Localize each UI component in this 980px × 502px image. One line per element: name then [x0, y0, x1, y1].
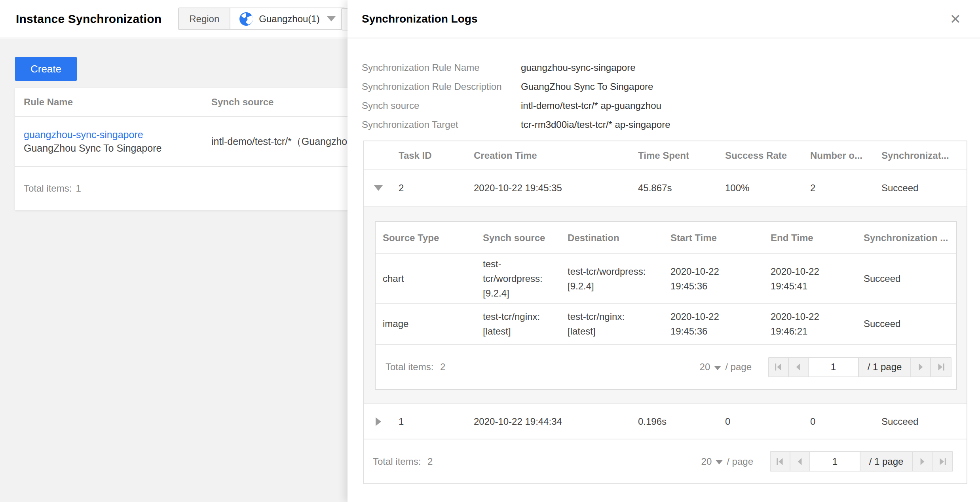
last-page-icon [936, 362, 946, 372]
detail-row: Synch source intl-demo/test-tcr/* ap-gua… [362, 96, 980, 115]
chevron-down-icon [327, 16, 336, 21]
prev-page-icon [794, 362, 803, 372]
rule-details: Synchronization Rule Name guangzhou-sync… [362, 58, 980, 134]
number-cell: 0 [804, 404, 876, 439]
subtasks-table-header: Source Type Synch source Destination Sta… [376, 222, 956, 254]
task-row-1: 1 2020-10-22 19:44:34 0.196s 0 0 Succeed [364, 403, 967, 439]
col-synch-source: Synch source [476, 222, 560, 253]
synch-source-cell: test-tcr/nginx: [latest] [476, 304, 560, 344]
col-sync-status: Synchronization ... [857, 222, 956, 253]
rule-description: GuangZhou Sync To Singapore [24, 143, 161, 154]
total-items-value: 2 [427, 456, 433, 467]
prev-page-button[interactable] [790, 452, 810, 471]
total-items-label: Total items: [24, 183, 72, 194]
status-cell: Succeed [876, 404, 967, 439]
region-control: Region Guangzhou(1) [178, 8, 345, 30]
rules-table-card: Rule Name Synch source guangzhou-sync-si… [15, 88, 352, 210]
subtask-row-chart: chart test- tcr/wordpress: [9.2.4] test-… [376, 254, 956, 303]
page-size-select[interactable]: 20 / page [700, 361, 752, 373]
detail-label: Synchronization Rule Name [362, 58, 521, 77]
last-page-button[interactable] [933, 452, 952, 471]
collapse-triangle-icon [374, 185, 383, 191]
first-page-icon [774, 362, 783, 372]
creation-time-cell: 2020-10-22 19:45:35 [468, 170, 632, 206]
source-type-cell: image [376, 304, 476, 344]
page-size-select[interactable]: 20 / page [701, 456, 753, 467]
col-sync-status: Synchronizat... [876, 141, 967, 169]
end-time-cell: 2020-10-22 19:45:41 [763, 254, 857, 303]
current-page-box[interactable]: 1 [810, 452, 860, 471]
next-page-icon [917, 457, 927, 466]
drawer-header: Synchronization Logs ✕ [348, 0, 980, 38]
first-page-icon [775, 457, 785, 466]
sync-logs-drawer: Synchronization Logs ✕ Synchronization R… [348, 0, 980, 502]
rules-table-header: Rule Name Synch source [15, 88, 352, 117]
col-synch-source: Synch source [211, 97, 352, 108]
rule-name-cell: guangzhou-sync-singapore GuangZhou Sync … [15, 128, 211, 155]
expander-cell[interactable] [364, 170, 393, 206]
expand-triangle-icon [376, 417, 381, 426]
task-id-cell: 2 [393, 170, 468, 206]
region-select[interactable]: Guangzhou(1) [230, 8, 344, 29]
total-items-value: 1 [76, 183, 81, 194]
detail-value: guangzhou-sync-singapore [521, 58, 636, 77]
pager-controls: 20 / page 1 [700, 357, 952, 377]
rule-name-link[interactable]: guangzhou-sync-singapore [24, 128, 211, 141]
time-spent-cell: 45.867s [632, 170, 719, 206]
globe-icon [239, 12, 253, 26]
page-size-value: 20 [700, 361, 710, 373]
prev-page-button[interactable] [789, 358, 809, 376]
first-page-button[interactable] [769, 358, 789, 376]
end-time-cell: 2020-10-22 19:46:21 [763, 304, 857, 344]
detail-value: GuangZhou Sync To Singapore [521, 77, 653, 96]
destination-cell: test-tcr/wordpress: [9.2.4] [560, 254, 663, 303]
success-rate-cell: 0 [719, 404, 804, 439]
page-count-label: / 1 page [860, 452, 913, 471]
col-rule-name: Rule Name [15, 97, 211, 108]
total-items: Total items: 2 [386, 361, 445, 373]
detail-value: tcr-rm3d00ia/test-tcr/* ap-singapore [521, 115, 670, 134]
start-time-cell: 2020-10-22 19:45:36 [663, 304, 763, 344]
first-page-button[interactable] [771, 452, 790, 471]
tasks-table-header: Task ID Creation Time Time Spent Success… [364, 141, 967, 170]
subtasks-pagination: Total items: 2 20 / page [376, 344, 956, 389]
next-page-icon [916, 362, 925, 372]
subtask-row-image: image test-tcr/nginx: [latest] test-tcr/… [376, 303, 956, 344]
chevron-down-icon [714, 366, 721, 370]
last-page-button[interactable] [931, 358, 951, 376]
subtasks-table-card: Source Type Synch source Destination Sta… [375, 221, 957, 390]
detail-row: Synchronization Rule Description GuangZh… [362, 77, 980, 96]
total-items: Total items: 2 [373, 456, 433, 467]
source-type-cell: chart [376, 254, 476, 303]
next-page-button[interactable] [913, 452, 933, 471]
expander-header-spacer [364, 141, 393, 169]
synch-source-cell: test- tcr/wordpress: [9.2.4] [476, 254, 560, 303]
number-cell: 2 [804, 170, 876, 206]
success-rate-cell: 100% [719, 170, 804, 206]
tasks-pagination: Total items: 2 20 / page [364, 439, 967, 483]
next-page-button[interactable] [911, 358, 931, 376]
screen: Instance Synchronization Region Guangzho… [0, 0, 980, 502]
rules-table-footer: Total items: 1 [15, 167, 352, 210]
col-creation-time: Creation Time [468, 141, 632, 169]
detail-row: Synchronization Rule Name guangzhou-sync… [362, 58, 980, 77]
prev-page-icon [795, 457, 805, 466]
col-time-spent: Time Spent [632, 141, 719, 169]
pager-controls: 20 / page 1 / 1 page [701, 451, 953, 472]
detail-label: Synch source [362, 96, 521, 115]
total-items-label: Total items: [386, 361, 433, 372]
chevron-down-icon [716, 460, 723, 464]
expander-cell[interactable] [364, 404, 393, 439]
status-cell: Succeed [857, 304, 956, 344]
page-count-label: / 1 page [859, 358, 911, 376]
drawer-bottom-space [348, 484, 980, 502]
per-page-label: / page [725, 361, 752, 373]
col-success-rate: Success Rate [719, 141, 804, 169]
close-icon[interactable]: ✕ [950, 12, 961, 26]
total-items-label: Total items: [373, 456, 421, 467]
create-button[interactable]: Create [15, 57, 77, 81]
current-page-box[interactable]: 1 [809, 358, 859, 376]
col-end-time: End Time [763, 222, 857, 253]
page-title: Instance Synchronization [16, 12, 161, 26]
detail-value: intl-demo/test-tcr/* ap-guangzhou [521, 96, 661, 115]
